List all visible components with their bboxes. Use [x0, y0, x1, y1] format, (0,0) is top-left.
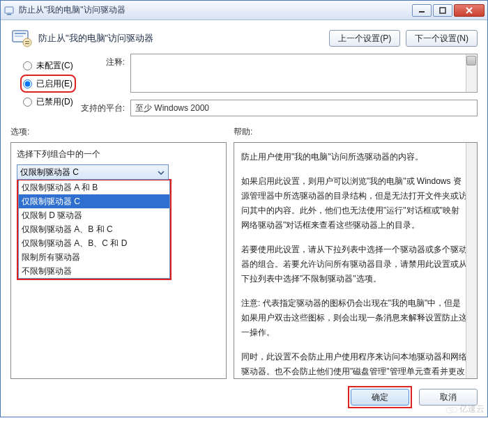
svg-rect-10 [25, 41, 29, 42]
help-p3: 若要使用此设置，请从下拉列表中选择一个驱动器或多个驱动器的组合。若要允许访问所有… [241, 242, 467, 286]
radio-unconfigured[interactable]: 未配置(C) [23, 56, 80, 75]
radio-enabled-label: 已启用(E) [36, 78, 73, 90]
help-heading: 帮助: [234, 126, 478, 138]
platform-field: 至少 Windows 2000 [130, 100, 478, 116]
comment-scrollbar[interactable] [466, 54, 477, 92]
chevron-down-icon [155, 167, 166, 178]
dd-item-all[interactable]: 限制所有驱动器 [19, 250, 169, 264]
next-setting-button[interactable]: 下一个设置(N) [406, 30, 478, 47]
radio-enabled[interactable]: 已启用(E) [20, 75, 76, 93]
help-p4: 注意: 代表指定驱动器的图标仍会出现在"我的电脑"中，但是如果用户双击这些图标，… [241, 296, 467, 340]
options-panel: 选择下列组合中的一个 仅限制驱动器 C 仅限制驱动器 A 和 B 仅限制驱动器 … [10, 142, 227, 379]
svg-point-9 [23, 38, 31, 47]
comment-label: 注释: [80, 54, 130, 68]
maximize-button[interactable] [433, 4, 452, 17]
comment-textarea[interactable] [130, 54, 478, 93]
watermark-text: 亿速云 [459, 403, 485, 415]
minimize-button[interactable] [412, 4, 432, 17]
help-scrollbar[interactable] [466, 143, 477, 378]
ok-highlight: 确定 [348, 386, 412, 408]
watermark: 亿速云 [445, 403, 485, 415]
radio-unconfigured-input[interactable] [23, 61, 32, 70]
ok-button[interactable]: 确定 [351, 389, 409, 405]
drive-dropdown-highlight: 仅限制驱动器 A 和 B 仅限制驱动器 C 仅限制 D 驱动器 仅限制驱动器 A… [17, 179, 171, 280]
drive-combo[interactable]: 仅限制驱动器 C [17, 164, 169, 180]
dd-item-abcd[interactable]: 仅限制驱动器 A、B、C 和 D [19, 236, 169, 250]
radio-disabled-input[interactable] [23, 98, 32, 107]
title-bar: 防止从"我的电脑"访问驱动器 [1, 1, 487, 20]
dd-item-c[interactable]: 仅限制驱动器 C [19, 194, 169, 208]
options-subheading: 选择下列组合中的一个 [17, 148, 220, 160]
dd-item-none[interactable]: 不限制驱动器 [19, 264, 169, 278]
columns: 选项: 选择下列组合中的一个 仅限制驱动器 C 仅限制驱动器 A 和 B 仅限制… [1, 123, 487, 379]
drive-dropdown[interactable]: 仅限制驱动器 A 和 B 仅限制驱动器 C 仅限制 D 驱动器 仅限制驱动器 A… [18, 180, 170, 279]
drive-combo-value: 仅限制驱动器 C [20, 167, 79, 178]
help-text: 防止用户使用"我的电脑"访问所选驱动器的内容。 如果启用此设置，则用户可以浏览"… [241, 150, 467, 379]
prev-setting-button[interactable]: 上一个设置(P) [329, 30, 400, 47]
svg-rect-8 [15, 36, 23, 37]
svg-rect-3 [440, 8, 445, 13]
svg-point-13 [450, 407, 457, 412]
platform-value: 至少 Windows 2000 [135, 102, 209, 114]
svg-rect-1 [7, 14, 11, 15]
radio-unconfigured-label: 未配置(C) [36, 60, 73, 72]
svg-rect-11 [25, 43, 29, 44]
app-icon [3, 5, 15, 16]
dd-item-d[interactable]: 仅限制 D 驱动器 [19, 208, 169, 222]
help-p5: 同时，此设置不会防止用户使用程序来访问本地驱动器和网络驱动器。也不会防止他们使用… [241, 350, 467, 379]
help-p2: 如果启用此设置，则用户可以浏览"我的电脑"或 Windows 资源管理器中所选驱… [241, 174, 467, 233]
dd-item-ab[interactable]: 仅限制驱动器 A 和 B [19, 180, 169, 194]
close-button[interactable] [454, 4, 485, 17]
radio-enabled-input[interactable] [23, 79, 32, 88]
dialog-window: 防止从"我的电脑"访问驱动器 防止从"我的电脑"访问驱动器 上一个设置(P) 下… [0, 0, 488, 417]
header-title: 防止从"我的电脑"访问驱动器 [38, 32, 329, 45]
platform-label: 支持的平台: [80, 100, 130, 114]
state-radio-group: 未配置(C) 已启用(E) 已禁用(D) [10, 54, 80, 111]
window-title: 防止从"我的电脑"访问驱动器 [19, 4, 411, 16]
footer: 确定 取消 亿速云 [1, 379, 487, 417]
svg-rect-7 [15, 33, 26, 34]
help-p1: 防止用户使用"我的电脑"访问所选驱动器的内容。 [241, 150, 467, 164]
dd-item-abc[interactable]: 仅限制驱动器 A、B 和 C [19, 222, 169, 236]
options-heading: 选项: [10, 126, 227, 138]
svg-rect-0 [5, 7, 13, 13]
policy-icon [10, 27, 33, 49]
mid-area: 未配置(C) 已启用(E) 已禁用(D) 注释: 支持的平台 [1, 54, 487, 123]
radio-disabled-label: 已禁用(D) [36, 96, 73, 108]
help-panel: 防止用户使用"我的电脑"访问所选驱动器的内容。 如果启用此设置，则用户可以浏览"… [234, 142, 478, 379]
radio-disabled[interactable]: 已禁用(D) [23, 93, 80, 111]
header-row: 防止从"我的电脑"访问驱动器 上一个设置(P) 下一个设置(N) [1, 20, 487, 54]
